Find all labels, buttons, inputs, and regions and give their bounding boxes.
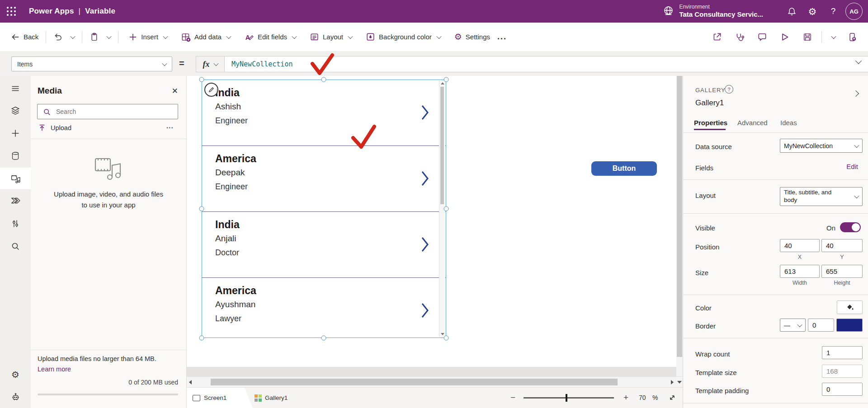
- zoom-slider[interactable]: [524, 397, 614, 399]
- scroll-down-icon[interactable]: [677, 381, 682, 384]
- settings-menu[interactable]: ⚙ Settings: [454, 33, 490, 41]
- horizontal-scrollbar-thumb[interactable]: [211, 379, 618, 385]
- border-color-swatch[interactable]: [836, 319, 863, 332]
- edit-fields-menu[interactable]: A Edit fields: [244, 32, 296, 42]
- back-button[interactable]: Back: [11, 33, 38, 42]
- layout-menu[interactable]: Layout: [310, 32, 352, 42]
- vertical-scrollbar-thumb[interactable]: [677, 76, 682, 357]
- publish-icon[interactable]: [841, 28, 863, 46]
- size-width-input[interactable]: [780, 265, 820, 278]
- next-arrow-icon[interactable]: [421, 105, 429, 120]
- template-padding-input[interactable]: [822, 383, 863, 396]
- gear-icon[interactable]: ⚙: [802, 0, 823, 23]
- next-arrow-icon[interactable]: [421, 303, 429, 318]
- template-size-label: Template size: [695, 369, 737, 376]
- canvas[interactable]: India Ashish Engineer America Deepak Eng…: [187, 76, 683, 408]
- zoom-in-button[interactable]: +: [623, 393, 628, 403]
- selection-handle[interactable]: [321, 77, 326, 82]
- panel-collapse-chevron[interactable]: [852, 89, 858, 97]
- position-x-input[interactable]: [780, 239, 820, 252]
- preview-icon[interactable]: [774, 28, 796, 46]
- gallery-item[interactable]: America Ayushman Lawyer: [202, 278, 446, 338]
- breadcrumb-control[interactable]: Gallery1: [255, 388, 288, 408]
- zoom-slider-thumb[interactable]: [566, 394, 567, 402]
- fields-edit-link[interactable]: Edit: [846, 163, 858, 170]
- selection-handle[interactable]: [199, 206, 204, 211]
- undo-button[interactable]: [53, 32, 63, 42]
- help-icon[interactable]: ?: [823, 0, 844, 23]
- close-icon[interactable]: ✕: [172, 86, 178, 96]
- gallery-control[interactable]: India Ashish Engineer America Deepak Eng…: [202, 80, 446, 338]
- share-icon[interactable]: [706, 28, 728, 46]
- scroll-right-icon[interactable]: [671, 380, 674, 385]
- fit-to-window-icon[interactable]: [668, 393, 677, 402]
- search-input[interactable]: [55, 108, 165, 116]
- power-automate-icon[interactable]: [10, 195, 21, 206]
- tests-icon[interactable]: [10, 218, 21, 229]
- selection-handle[interactable]: [444, 206, 449, 211]
- gallery-item[interactable]: India Anjali Doctor: [202, 212, 446, 278]
- paste-button[interactable]: [90, 32, 99, 42]
- selection-handle[interactable]: [444, 77, 449, 82]
- edit-gallery-pencil-icon[interactable]: [204, 83, 218, 97]
- formula-input[interactable]: MyNewCollection: [225, 56, 292, 72]
- position-y-input[interactable]: [821, 239, 863, 252]
- settings-icon[interactable]: ⚙: [10, 369, 21, 380]
- gallery-scrollbar-thumb[interactable]: [440, 87, 444, 204]
- insert-menu[interactable]: Insert: [128, 33, 167, 42]
- fx-button[interactable]: fx: [196, 56, 225, 72]
- gallery-item[interactable]: India Ashish Engineer: [202, 80, 446, 146]
- agent-icon[interactable]: [10, 391, 21, 402]
- help-icon[interactable]: ?: [725, 85, 733, 94]
- visible-toggle[interactable]: [840, 222, 861, 232]
- tab-advanced[interactable]: Advanced: [737, 119, 768, 127]
- property-selector[interactable]: Items: [11, 56, 172, 71]
- upload-button[interactable]: Upload: [38, 124, 71, 132]
- border-style-select[interactable]: —: [780, 319, 806, 332]
- tab-ideas[interactable]: Ideas: [780, 119, 797, 127]
- bell-icon[interactable]: [781, 0, 802, 23]
- search-icon[interactable]: [10, 241, 21, 252]
- horizontal-scrollbar[interactable]: [187, 376, 683, 387]
- tree-view-icon[interactable]: [10, 105, 21, 116]
- screen-tab[interactable]: Screen1: [187, 388, 253, 408]
- formula-bar-expand-chevron[interactable]: [854, 57, 861, 66]
- next-arrow-icon[interactable]: [421, 237, 429, 252]
- upload-overflow-button[interactable]: ...: [166, 122, 174, 130]
- save-options-chevron[interactable]: [825, 28, 841, 46]
- zoom-out-button[interactable]: −: [510, 393, 515, 403]
- next-arrow-icon[interactable]: [421, 171, 429, 186]
- data-source-select[interactable]: MyNewCollection: [780, 139, 863, 153]
- comments-icon[interactable]: [751, 28, 774, 46]
- tab-properties[interactable]: Properties: [694, 119, 727, 127]
- layout-select[interactable]: Title, subtitle, and body: [780, 187, 863, 206]
- selection-handle[interactable]: [199, 336, 204, 341]
- background-color-menu[interactable]: Background color: [366, 32, 441, 42]
- undo-menu-chevron[interactable]: [69, 35, 75, 39]
- add-data-menu[interactable]: Add data: [181, 32, 231, 42]
- color-picker-button[interactable]: [837, 300, 863, 314]
- selection-handle[interactable]: [444, 336, 449, 341]
- environment-picker[interactable]: Environment Tata Consultancy Servic...: [662, 4, 763, 18]
- media-icon[interactable]: [10, 173, 21, 184]
- scroll-left-icon[interactable]: [189, 380, 192, 385]
- vertical-scrollbar[interactable]: [676, 76, 683, 376]
- search-box[interactable]: [37, 104, 178, 119]
- avatar[interactable]: AG: [845, 3, 863, 20]
- paste-menu-chevron[interactable]: [105, 35, 111, 39]
- data-icon[interactable]: [10, 150, 21, 161]
- size-height-input[interactable]: [821, 265, 863, 278]
- learn-more-link[interactable]: Learn more: [38, 366, 71, 373]
- selection-handle[interactable]: [199, 77, 204, 82]
- app-checker-icon[interactable]: [728, 28, 751, 46]
- selection-handle[interactable]: [321, 336, 326, 341]
- canvas-button-control[interactable]: Button: [591, 161, 657, 176]
- overflow-button[interactable]: ...: [497, 32, 507, 42]
- wrap-count-input[interactable]: [822, 346, 863, 359]
- insert-icon[interactable]: [10, 128, 21, 139]
- waffle-icon[interactable]: [0, 0, 23, 23]
- save-icon[interactable]: [796, 28, 819, 46]
- menu-icon[interactable]: [10, 83, 21, 94]
- gallery-item[interactable]: America Deepak Engineer: [202, 146, 446, 212]
- border-width-input[interactable]: [808, 319, 834, 332]
